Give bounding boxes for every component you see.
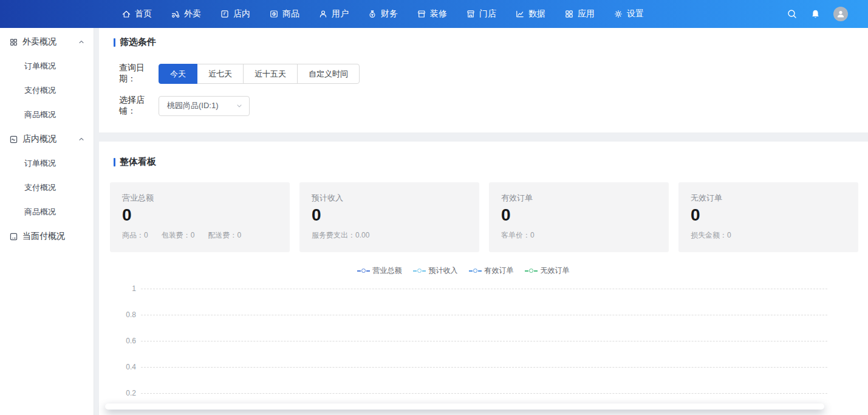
nav-label: 商品 <box>282 9 299 19</box>
board-section-title: 整体看板 <box>114 142 868 168</box>
stat-title: 有效订单 <box>501 193 657 204</box>
stat-card-invalid-orders: 无效订单 0 损失金额：0 <box>678 182 858 252</box>
shop-filter-label: 选择店铺： <box>119 95 159 117</box>
nav-label: 用户 <box>332 9 349 19</box>
nav-label: 财务 <box>381 9 398 19</box>
nav-item-decorate[interactable]: 装修 <box>417 9 447 19</box>
date-option-15days-button[interactable]: 近十五天 <box>243 64 298 84</box>
sidebar-group-label: 外卖概况 <box>22 36 78 47</box>
takeaway-icon <box>171 9 180 19</box>
shop-select[interactable]: 桃园尚品(ID:1) <box>159 96 250 116</box>
overview-board-section: 整体看板 营业总额 0 商品：0 包装费：0 配送费：0 预计收入 0 服务费支… <box>99 142 868 415</box>
section-accent-bar <box>114 38 115 47</box>
chart-square-icon <box>9 135 18 144</box>
y-tick-label: 0.6 <box>121 337 141 345</box>
sidebar-item-takeaway-orders[interactable]: 订单概况 <box>0 54 94 78</box>
nav-label: 设置 <box>627 9 644 19</box>
nav-item-apps[interactable]: 应用 <box>564 9 595 19</box>
chevron-up-icon <box>78 135 85 143</box>
y-gridline: 0.8 <box>121 310 827 319</box>
nav-item-takeaway[interactable]: 外卖 <box>171 9 201 19</box>
filter-section: 筛选条件 查询日期： 今天 近七天 近十五天 自定义时间 选择店铺： 桃园尚品(… <box>99 28 868 132</box>
stat-card-valid-orders: 有效订单 0 客单价：0 <box>489 182 669 252</box>
legend-item-expected-income[interactable]: 预计收入 <box>413 266 458 276</box>
nav-item-goods[interactable]: 商品 <box>269 9 299 19</box>
sidebar-group-facepay-overview[interactable]: 当面付概况 <box>0 224 94 249</box>
section-accent-bar <box>114 158 115 166</box>
top-navbar: 首页 外卖 店内 商品 用户 财务 装修 门店 <box>0 0 868 28</box>
apps-icon <box>564 9 574 19</box>
instore-icon <box>220 9 230 19</box>
sidebar-item-takeaway-goods[interactable]: 商品概况 <box>0 103 94 127</box>
sidebar-item-takeaway-payments[interactable]: 支付概况 <box>0 78 94 103</box>
y-tick-label: 0.4 <box>121 363 141 371</box>
nav-item-home[interactable]: 首页 <box>121 9 152 19</box>
users-icon <box>318 9 328 19</box>
nav-item-instore[interactable]: 店内 <box>220 9 250 19</box>
stat-title: 无效订单 <box>691 193 846 204</box>
decorate-icon <box>417 9 426 19</box>
date-option-today-button[interactable]: 今天 <box>159 64 197 84</box>
sidebar-group-instore-overview[interactable]: 店内概况 <box>0 127 94 151</box>
nav-label: 数据 <box>528 9 545 19</box>
line-marker-icon <box>357 269 370 273</box>
stat-details: 客单价：0 <box>501 230 657 241</box>
legend-item-invalid-orders[interactable]: 无效订单 <box>525 266 570 276</box>
stat-card-row: 营业总额 0 商品：0 包装费：0 配送费：0 预计收入 0 服务费支出：0.0… <box>110 182 858 252</box>
date-filter-row: 查询日期： 今天 近七天 近十五天 自定义时间 <box>119 63 868 84</box>
stat-card-revenue: 营业总额 0 商品：0 包装费：0 配送费：0 <box>110 182 290 252</box>
facepay-icon <box>9 232 18 241</box>
nav-label: 装修 <box>430 9 447 19</box>
stat-value: 0 <box>122 205 278 225</box>
nav-label: 首页 <box>135 9 152 19</box>
search-icon[interactable] <box>787 9 798 19</box>
date-option-custom-button[interactable]: 自定义时间 <box>297 64 360 84</box>
sidebar: 外卖概况 订单概况 支付概况 商品概况 店内概况 订单概况 支付概况 商品概况 … <box>0 28 94 415</box>
y-tick-label: 1 <box>121 284 141 293</box>
chevron-up-icon <box>78 38 85 46</box>
line-marker-icon <box>525 269 538 273</box>
filter-section-title: 筛选条件 <box>114 28 868 48</box>
nav-label: 外卖 <box>184 9 201 19</box>
y-tick-label: 0.8 <box>121 310 141 319</box>
nav-item-data[interactable]: 数据 <box>515 9 545 19</box>
finance-icon <box>367 9 377 19</box>
stat-details: 损失金额：0 <box>691 230 846 241</box>
chevron-down-icon <box>236 102 243 109</box>
date-filter-label: 查询日期： <box>119 63 159 84</box>
date-range-button-group: 今天 近七天 近十五天 自定义时间 <box>159 64 360 84</box>
settings-icon <box>613 9 623 19</box>
line-marker-icon <box>413 269 426 273</box>
nav-label: 应用 <box>578 9 595 19</box>
bell-icon[interactable] <box>810 9 821 19</box>
nav-item-settings[interactable]: 设置 <box>613 9 644 19</box>
y-gridline: 0.6 <box>121 337 827 345</box>
y-gridline: 0.2 <box>121 389 827 397</box>
legend-item-valid-orders[interactable]: 有效订单 <box>469 266 514 276</box>
y-tick-label: 0.2 <box>121 389 141 397</box>
stat-value: 0 <box>691 205 846 225</box>
avatar[interactable] <box>833 7 848 21</box>
stat-value: 0 <box>312 205 467 225</box>
nav-item-finance[interactable]: 财务 <box>367 9 398 19</box>
stat-title: 营业总额 <box>122 193 278 204</box>
grid-icon <box>9 38 18 47</box>
card-bottom-shadow <box>105 403 824 410</box>
nav-item-stores[interactable]: 门店 <box>466 9 496 19</box>
y-gridline: 1 <box>121 284 827 293</box>
nav-menu: 首页 外卖 店内 商品 用户 财务 装修 门店 <box>121 0 644 28</box>
data-icon <box>515 9 525 19</box>
sidebar-item-instore-payments[interactable]: 支付概况 <box>0 176 94 200</box>
legend-item-revenue[interactable]: 营业总额 <box>357 266 402 276</box>
home-icon <box>121 9 131 19</box>
sidebar-group-takeaway-overview[interactable]: 外卖概况 <box>0 30 94 54</box>
y-gridline: 0.4 <box>121 363 827 371</box>
stat-details: 服务费支出：0.00 <box>312 230 467 241</box>
sidebar-item-instore-orders[interactable]: 订单概况 <box>0 151 94 176</box>
sidebar-item-instore-goods[interactable]: 商品概况 <box>0 200 94 224</box>
nav-item-users[interactable]: 用户 <box>318 9 349 19</box>
chart-legend: 营业总额 预计收入 有效订单 无效订单 <box>99 266 827 276</box>
date-option-7days-button[interactable]: 近七天 <box>197 64 244 84</box>
stat-title: 预计收入 <box>312 193 467 204</box>
navbar-right <box>787 0 848 28</box>
